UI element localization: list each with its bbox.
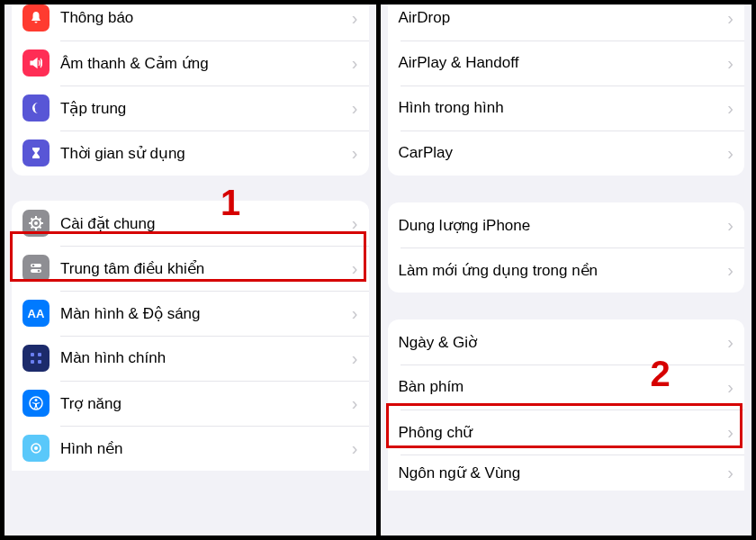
general-group-storage: Dung lượng iPhone › Làm mới ứng dụng tro…: [388, 202, 745, 292]
gear-icon: [22, 210, 50, 237]
text-size-icon: AA: [22, 300, 50, 327]
row-language[interactable]: Ngôn ngữ & Vùng ›: [388, 454, 745, 490]
row-sounds[interactable]: Âm thanh & Cảm ứng ›: [12, 40, 369, 86]
row-label: Hình trong hình: [399, 99, 723, 117]
svg-rect-6: [31, 353, 34, 356]
row-notifications[interactable]: Thông báo ›: [12, 4, 369, 40]
svg-point-13: [34, 446, 38, 450]
chevron-right-icon: ›: [727, 143, 734, 164]
row-label: Làm mới ứng dụng trong nền: [399, 261, 723, 280]
row-label: Dung lượng iPhone: [399, 216, 723, 235]
row-label: Thời gian sử dụng: [60, 144, 346, 163]
svg-rect-7: [38, 353, 41, 356]
chevron-right-icon: ›: [727, 422, 734, 443]
bell-icon: [22, 4, 50, 32]
svg-point-1: [34, 221, 38, 225]
row-label: Màn hình chính: [60, 349, 346, 367]
row-label: Âm thanh & Cảm ứng: [60, 54, 346, 73]
row-keyboard[interactable]: Bàn phím ›: [388, 364, 745, 410]
accessibility-icon: [22, 390, 50, 417]
svg-point-5: [38, 270, 40, 273]
chevron-right-icon: ›: [352, 303, 358, 324]
wallpaper-icon: [22, 435, 50, 462]
row-label: Tập trung: [60, 99, 346, 118]
row-label: Trung tâm điều khiển: [60, 259, 346, 278]
chevron-right-icon: ›: [727, 215, 734, 236]
row-carplay[interactable]: CarPlay ›: [388, 130, 745, 176]
row-label: Hình nền: [60, 439, 346, 458]
chevron-right-icon: ›: [352, 53, 358, 74]
speaker-icon: [22, 50, 50, 76]
row-focus[interactable]: Tập trung ›: [12, 86, 369, 130]
svg-rect-9: [38, 360, 41, 364]
chevron-right-icon: ›: [352, 258, 358, 279]
general-group-datetime: Ngày & Giờ › Bàn phím › Phông chữ › Ngôn…: [388, 320, 745, 490]
settings-group-general: Cài đặt chung › Trung tâm điều khiển › A…: [12, 201, 369, 471]
chevron-right-icon: ›: [352, 98, 358, 119]
chevron-right-icon: ›: [727, 332, 734, 353]
row-label: Màn hình & Độ sáng: [60, 304, 346, 323]
row-airdrop[interactable]: AirDrop ›: [388, 4, 745, 40]
svg-rect-8: [31, 360, 34, 364]
row-background-refresh[interactable]: Làm mới ứng dụng trong nền ›: [388, 248, 745, 292]
settings-group-notifications: Thông báo › Âm thanh & Cảm ứng › Tập tru…: [12, 4, 369, 176]
chevron-right-icon: ›: [352, 8, 358, 29]
row-wallpaper[interactable]: Hình nền ›: [12, 426, 369, 471]
chevron-right-icon: ›: [727, 377, 734, 398]
row-homescreen[interactable]: Màn hình chính ›: [12, 336, 369, 381]
chevron-right-icon: ›: [352, 348, 358, 369]
row-accessibility[interactable]: Trợ năng ›: [12, 381, 369, 426]
row-general[interactable]: Cài đặt chung ›: [12, 201, 369, 246]
general-detail-pane: AirDrop › AirPlay & Handoff › Hình trong…: [381, 4, 752, 536]
moon-icon: [22, 94, 50, 122]
row-airplay[interactable]: AirPlay & Handoff ›: [388, 40, 745, 86]
chevron-right-icon: ›: [727, 8, 734, 29]
row-datetime[interactable]: Ngày & Giờ ›: [388, 320, 745, 364]
row-label: Thông báo: [60, 9, 346, 27]
row-label: Cài đặt chung: [60, 214, 346, 233]
svg-point-11: [35, 399, 38, 401]
row-label: Phông chữ: [399, 423, 723, 442]
row-label: Trợ năng: [60, 394, 346, 413]
chevron-right-icon: ›: [352, 213, 358, 234]
chevron-right-icon: ›: [727, 98, 734, 119]
row-storage[interactable]: Dung lượng iPhone ›: [388, 202, 745, 248]
hourglass-icon: [22, 140, 50, 166]
chevron-right-icon: ›: [727, 260, 734, 281]
switches-icon: [22, 255, 50, 282]
chevron-right-icon: ›: [727, 53, 734, 74]
row-label: Bàn phím: [399, 378, 723, 396]
chevron-right-icon: ›: [352, 143, 358, 164]
chevron-right-icon: ›: [352, 438, 358, 459]
row-label: Ngày & Giờ: [399, 333, 723, 352]
svg-point-4: [32, 265, 35, 267]
row-label: CarPlay: [399, 144, 723, 162]
settings-main-pane: Thông báo › Âm thanh & Cảm ứng › Tập tru…: [4, 4, 376, 536]
chevron-right-icon: ›: [352, 393, 358, 414]
row-screentime[interactable]: Thời gian sử dụng ›: [12, 130, 369, 176]
row-label: Ngôn ngữ & Vùng: [399, 464, 723, 482]
general-group-connectivity: AirDrop › AirPlay & Handoff › Hình trong…: [388, 4, 745, 176]
home-grid-icon: [22, 345, 50, 372]
row-label: AirPlay & Handoff: [399, 54, 723, 72]
row-control-center[interactable]: Trung tâm điều khiển ›: [12, 246, 369, 291]
row-label: AirDrop: [399, 9, 723, 27]
row-fonts[interactable]: Phông chữ ›: [388, 410, 745, 454]
chevron-right-icon: ›: [727, 463, 734, 483]
row-display[interactable]: AA Màn hình & Độ sáng ›: [12, 291, 369, 336]
row-pip[interactable]: Hình trong hình ›: [388, 86, 745, 130]
